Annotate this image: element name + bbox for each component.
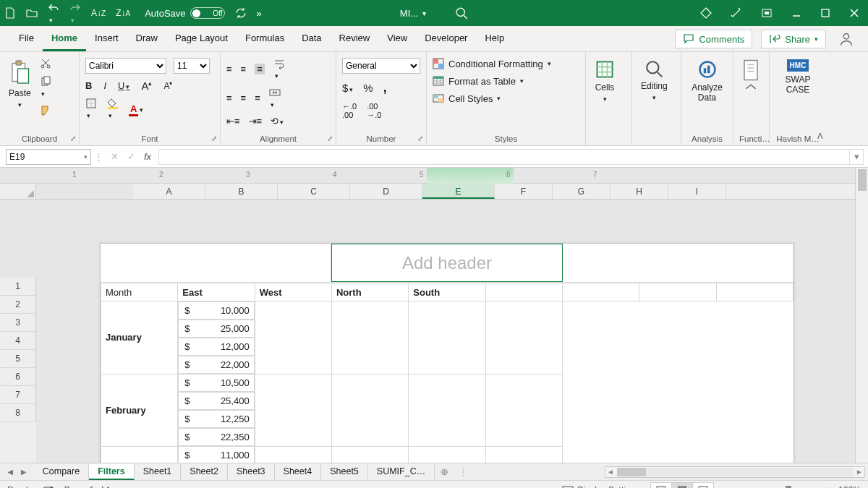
- diamond-icon[interactable]: [700, 7, 712, 19]
- increase-decimal-icon[interactable]: ←.0.00: [342, 102, 357, 119]
- align-left-icon[interactable]: ≡: [226, 93, 232, 103]
- underline-button[interactable]: U: [118, 80, 129, 91]
- wrap-text-icon[interactable]: [273, 58, 285, 80]
- swap-case-button[interactable]: HMCSWAP CASE: [775, 58, 820, 96]
- analyze-data-button[interactable]: Analyze Data: [687, 58, 727, 104]
- tab-developer[interactable]: Developer: [416, 27, 476, 51]
- align-middle-icon[interactable]: ≡: [241, 64, 247, 74]
- format-painter-icon[interactable]: [40, 105, 51, 116]
- normal-view-icon[interactable]: [650, 482, 672, 489]
- italic-button[interactable]: I: [103, 80, 106, 91]
- row-header-3[interactable]: 3: [0, 314, 36, 332]
- select-all-corner[interactable]: [0, 184, 36, 199]
- redo-icon[interactable]: [69, 2, 81, 25]
- font-size-combo[interactable]: 11: [174, 58, 210, 74]
- align-bottom-icon[interactable]: ≡: [255, 64, 265, 74]
- open-file-icon[interactable]: [26, 7, 38, 19]
- align-right-icon[interactable]: ≡: [255, 93, 260, 103]
- macro-record-icon[interactable]: [43, 484, 54, 489]
- row-header-2[interactable]: 2: [0, 296, 36, 314]
- decrease-font-icon[interactable]: A▾: [163, 80, 172, 91]
- sheet-tab-sheet3[interactable]: Sheet3: [228, 464, 275, 480]
- column-header-B[interactable]: B: [205, 184, 278, 199]
- cell-styles-button[interactable]: Cell Styles ▾: [433, 93, 551, 104]
- merge-icon[interactable]: [269, 87, 281, 109]
- tab-data[interactable]: Data: [293, 27, 330, 51]
- tab-help[interactable]: Help: [476, 27, 513, 51]
- maximize-icon[interactable]: [820, 8, 830, 18]
- clipboard-dialog-icon[interactable]: ⤢: [70, 134, 76, 142]
- new-file-icon[interactable]: [4, 7, 16, 19]
- bold-button[interactable]: B: [85, 80, 92, 91]
- add-sheet-icon[interactable]: ⊕: [435, 466, 454, 477]
- align-top-icon[interactable]: ≡: [226, 64, 232, 74]
- column-header-F[interactable]: F: [495, 184, 553, 199]
- page-layout-view-icon[interactable]: [671, 482, 693, 489]
- account-icon[interactable]: [835, 32, 858, 46]
- conditional-formatting-button[interactable]: Conditional Formatting ▾: [433, 58, 551, 69]
- sheet-tab-sheet5[interactable]: Sheet5: [321, 464, 368, 480]
- font-dialog-icon[interactable]: ⤢: [211, 134, 217, 142]
- decrease-indent-icon[interactable]: ⇤≡: [226, 116, 240, 127]
- name-box[interactable]: E19▾: [6, 149, 91, 165]
- qat-overflow[interactable]: »: [257, 8, 262, 19]
- sync-icon[interactable]: [235, 7, 247, 19]
- enter-formula-icon[interactable]: ✓: [127, 151, 135, 162]
- row-header-6[interactable]: 6: [0, 368, 36, 386]
- comma-format-icon[interactable]: ,: [383, 80, 387, 95]
- tab-review[interactable]: Review: [331, 27, 379, 51]
- sort-desc-icon[interactable]: Z↓A: [116, 8, 130, 18]
- share-button[interactable]: Share ▾: [761, 30, 826, 48]
- zoom-out-icon[interactable]: −: [724, 485, 729, 489]
- ribbon-mode-icon[interactable]: [761, 7, 773, 19]
- borders-icon[interactable]: [85, 98, 97, 120]
- page-header-zone[interactable]: Add header: [101, 244, 793, 283]
- column-header-A[interactable]: A: [133, 184, 205, 199]
- sheet-tab-filters[interactable]: Filters: [89, 464, 135, 480]
- column-header-G[interactable]: G: [553, 184, 610, 199]
- minimize-icon[interactable]: [791, 8, 801, 18]
- display-settings-button[interactable]: Display Settings: [562, 484, 639, 489]
- insert-function-icon[interactable]: fx: [144, 151, 151, 162]
- vertical-scrollbar[interactable]: [855, 168, 868, 463]
- close-icon[interactable]: [849, 8, 859, 18]
- format-as-table-button[interactable]: Format as Table ▾: [433, 75, 551, 87]
- copy-icon[interactable]: [40, 76, 51, 98]
- cells-menu[interactable]: Cells▾: [592, 58, 618, 104]
- percent-format-icon[interactable]: %: [363, 82, 373, 94]
- data-table[interactable]: MonthEastWestNorthSouthJanuary$10,000$25…: [101, 283, 793, 463]
- horizontal-scrollbar[interactable]: ◄►: [605, 466, 865, 478]
- comments-button[interactable]: Comments: [675, 30, 752, 48]
- cancel-formula-icon[interactable]: ✕: [111, 151, 119, 162]
- font-name-combo[interactable]: Calibri: [85, 58, 166, 74]
- row-header-7[interactable]: 7: [0, 386, 36, 404]
- search-icon[interactable]: [455, 7, 468, 20]
- collapse-ribbon-icon[interactable]: ᐱ: [817, 132, 823, 141]
- tab-formulas[interactable]: Formulas: [237, 27, 293, 51]
- align-center-icon[interactable]: ≡: [241, 93, 247, 103]
- sort-asc-icon[interactable]: A↓Z: [91, 8, 106, 18]
- sheet-tab-sheet2[interactable]: Sheet2: [181, 464, 228, 480]
- column-header-I[interactable]: I: [668, 184, 726, 199]
- tab-view[interactable]: View: [378, 27, 416, 51]
- wand-icon[interactable]: [731, 7, 742, 19]
- filename-dropdown[interactable]: MI... ▾: [400, 8, 426, 19]
- sheet-nav-prev-icon[interactable]: ◄: [6, 467, 14, 477]
- decrease-decimal-icon[interactable]: .00→.0: [367, 102, 381, 119]
- sheet-tab-sumif_c…[interactable]: SUMIF_C…: [368, 464, 435, 480]
- tab-home[interactable]: Home: [43, 27, 86, 51]
- autosave-toggle[interactable]: Off: [190, 7, 225, 19]
- cut-icon[interactable]: [40, 58, 51, 69]
- add-header-placeholder[interactable]: Add header: [331, 244, 563, 282]
- increase-indent-icon[interactable]: ⇥≡: [249, 116, 263, 127]
- page-break-view-icon[interactable]: [692, 482, 714, 489]
- column-header-C[interactable]: C: [278, 184, 350, 199]
- tab-draw[interactable]: Draw: [127, 27, 166, 51]
- row-header-8[interactable]: 8: [0, 404, 36, 422]
- accounting-format-icon[interactable]: $: [342, 82, 353, 94]
- tab-page-layout[interactable]: Page Layout: [166, 27, 237, 51]
- row-header-1[interactable]: 1: [0, 278, 36, 296]
- expand-formula-bar-icon[interactable]: ▾: [849, 149, 864, 165]
- increase-font-icon[interactable]: A▴: [141, 80, 152, 92]
- paste-button[interactable]: Paste▾: [6, 58, 34, 110]
